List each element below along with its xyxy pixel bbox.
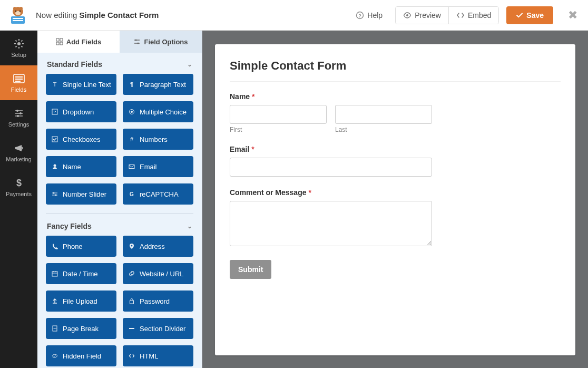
left-rail: Setup Fields Settings Marketing $ Paymen… <box>0 31 37 368</box>
field-numbers[interactable]: #Numbers <box>123 129 193 150</box>
svg-text:¶: ¶ <box>130 81 133 88</box>
svg-point-3 <box>15 11 21 15</box>
field-address[interactable]: Address <box>123 236 193 257</box>
svg-rect-8 <box>13 20 23 21</box>
checkbox-icon <box>51 135 58 143</box>
tab-options-label: Field Options <box>144 38 188 46</box>
rail-settings[interactable]: Settings <box>0 100 37 135</box>
close-icon: ✖ <box>568 8 577 22</box>
rail-payments-label: Payments <box>6 191 32 197</box>
tab-add-fields[interactable]: Add Fields <box>37 31 120 53</box>
field-page-break[interactable]: Page Break <box>46 318 116 339</box>
eye-slash-icon <box>51 352 58 360</box>
embed-button[interactable]: Embed <box>449 7 498 24</box>
field-website-url[interactable]: Website / URL <box>123 263 193 284</box>
preview-button[interactable]: Preview <box>396 7 449 24</box>
field-section-divider[interactable]: Section Divider <box>123 318 193 339</box>
first-name-input[interactable] <box>230 105 327 124</box>
comment-label: Comment or Message * <box>230 188 432 197</box>
lock-icon <box>128 297 135 305</box>
svg-rect-29 <box>52 109 57 114</box>
field-file-upload[interactable]: File Upload <box>46 290 116 312</box>
rail-fields[interactable]: Fields <box>0 65 37 100</box>
field-multiple-choice[interactable]: Multiple Choice <box>123 101 193 122</box>
email-input[interactable] <box>230 158 432 177</box>
caret-square-icon <box>51 108 58 115</box>
required-marker: * <box>308 188 311 197</box>
form-field-name[interactable]: Name * First Last <box>230 92 432 133</box>
form-field-email[interactable]: Email * <box>230 145 432 177</box>
svg-point-25 <box>135 40 137 41</box>
field-dropdown[interactable]: Dropdown <box>46 101 116 122</box>
last-name-input[interactable] <box>335 105 432 124</box>
field-number-slider[interactable]: Number Slider <box>46 183 116 205</box>
svg-text:#: # <box>130 136 134 142</box>
code-icon <box>456 11 465 20</box>
logo <box>7 5 28 26</box>
field-single-line-text[interactable]: TSingle Line Text <box>46 74 116 95</box>
svg-rect-7 <box>13 18 23 19</box>
radio-icon <box>128 108 135 115</box>
svg-point-39 <box>131 245 133 247</box>
rail-marketing-label: Marketing <box>6 156 31 162</box>
paragraph-icon: ¶ <box>128 81 135 88</box>
svg-rect-16 <box>15 81 21 82</box>
preview-label: Preview <box>415 11 441 20</box>
svg-point-18 <box>19 112 22 114</box>
editing-prefix: Now editing <box>36 11 80 20</box>
rail-marketing[interactable]: Marketing <box>0 135 37 170</box>
gear-icon <box>13 38 25 50</box>
chevron-down-icon: ⌄ <box>187 222 192 230</box>
svg-point-34 <box>54 164 56 167</box>
tab-field-options[interactable]: Field Options <box>120 31 202 53</box>
form-name: Simple Contact Form <box>80 11 159 20</box>
field-email[interactable]: Email <box>123 156 193 177</box>
help-icon: ? <box>356 11 364 20</box>
divider-icon <box>128 325 135 332</box>
svg-rect-21 <box>56 38 59 41</box>
grid-icon <box>56 38 63 45</box>
panel-body: Standard Fields ⌄ TSingle Line Text ¶Par… <box>37 53 202 368</box>
svg-point-5 <box>19 10 21 12</box>
last-sublabel: Last <box>335 126 432 133</box>
svg-point-37 <box>55 195 57 196</box>
standard-fields-grid: TSingle Line Text ¶Paragraph Text Dropdo… <box>46 74 193 205</box>
svg-point-11 <box>406 14 408 16</box>
svg-point-31 <box>131 111 133 113</box>
group-fancy-header[interactable]: Fancy Fields ⌄ <box>46 213 193 236</box>
rail-payments[interactable]: $ Payments <box>0 170 37 205</box>
group-fancy-title: Fancy Fields <box>47 222 92 230</box>
tab-add-label: Add Fields <box>66 38 101 46</box>
field-checkboxes[interactable]: Checkboxes <box>46 129 116 150</box>
field-recaptcha[interactable]: GreCAPTCHA <box>123 183 193 205</box>
submit-button[interactable]: Submit <box>230 260 271 279</box>
close-button[interactable]: ✖ <box>565 5 581 25</box>
rail-setup-label: Setup <box>11 52 26 58</box>
text-icon: T <box>51 81 58 88</box>
field-html[interactable]: HTML <box>123 345 193 366</box>
eye-icon <box>403 11 411 20</box>
field-date-time[interactable]: Date / Time <box>46 263 116 284</box>
form-field-comment[interactable]: Comment or Message * <box>230 188 432 248</box>
comment-textarea[interactable] <box>230 201 432 246</box>
help-button[interactable]: ? Help <box>350 8 388 23</box>
field-phone[interactable]: Phone <box>46 236 116 257</box>
svg-point-26 <box>138 43 139 44</box>
user-icon <box>51 163 58 170</box>
save-button[interactable]: Save <box>506 6 553 24</box>
hash-icon: # <box>128 135 135 143</box>
slider-icon <box>51 190 58 198</box>
field-hidden-field[interactable]: Hidden Field <box>46 345 116 366</box>
first-sublabel: First <box>230 126 327 133</box>
field-password[interactable]: Password <box>123 290 193 312</box>
field-name[interactable]: Name <box>46 156 116 177</box>
rail-setup[interactable]: Setup <box>0 31 37 65</box>
help-label: Help <box>367 11 383 20</box>
group-standard-header[interactable]: Standard Fields ⌄ <box>46 53 193 74</box>
required-marker: * <box>252 92 254 101</box>
check-icon <box>516 12 523 19</box>
upload-icon <box>51 297 58 305</box>
svg-rect-22 <box>60 38 63 41</box>
field-paragraph-text[interactable]: ¶Paragraph Text <box>123 74 193 95</box>
page-break-icon <box>51 325 58 332</box>
